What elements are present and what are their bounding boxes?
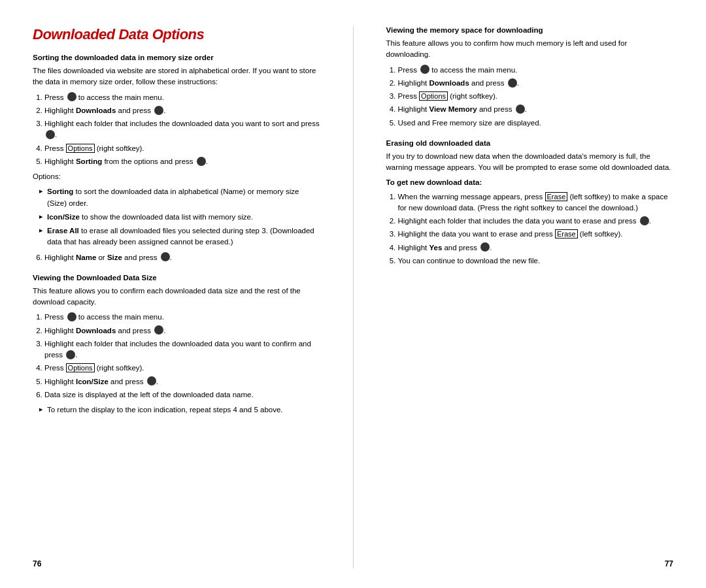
ok-icon (66, 350, 75, 359)
section-erase-data-steps: When the warning message appears, press … (398, 191, 674, 267)
ok-icon (516, 105, 525, 114)
right-column: Viewing the memory space for downloading… (386, 26, 674, 568)
section-erase-data-intro: If you try to download new data when the… (386, 151, 674, 174)
step-item: Highlight Downloads and press . (398, 78, 674, 89)
page-number-row-right: 77 (386, 553, 674, 568)
section-sorting-heading: Sorting the downloaded data in memory si… (33, 54, 320, 61)
bullet-item: To return the display to the icon indica… (39, 404, 320, 416)
step6-list: Highlight Name or Size and press . (44, 252, 320, 263)
step-item: Highlight the data you want to erase and… (398, 229, 674, 240)
step-item: Highlight Yes and press . (398, 242, 674, 253)
options-box: Options (419, 91, 448, 101)
ok-icon (147, 376, 156, 385)
menu-icon (67, 92, 76, 101)
page-number-right: 77 (665, 559, 673, 568)
erase-box: Erase (545, 192, 568, 201)
page-number-left: 76 (33, 559, 41, 568)
section-sorting: Sorting the downloaded data in memory si… (33, 54, 320, 267)
section-view-memory-intro: This feature allows you to confirm how m… (386, 38, 674, 61)
options-bullets: Sorting to sort the downloaded data in a… (39, 186, 320, 248)
bullet-item: Erase All to erase all downloaded files … (39, 225, 320, 248)
step-item: Press Options (right softkey). (44, 143, 320, 154)
column-divider (353, 26, 354, 568)
step-item: Data size is displayed at the left of th… (44, 389, 320, 400)
section-sorting-intro: The files downloaded via website are sto… (33, 65, 320, 88)
step-item: Highlight Downloads and press . (44, 325, 320, 336)
section-view-data-size: Viewing the Downloaded Data Size This fe… (33, 274, 320, 420)
section-view-data-size-steps: Press to access the main menu. Highlight… (44, 312, 320, 400)
ok-icon (640, 216, 649, 225)
return-display-bullet: To return the display to the icon indica… (39, 404, 320, 416)
bullet-item: Icon/Size to show the downloaded data li… (39, 212, 320, 223)
step-item: You can continue to download the new fil… (398, 255, 674, 267)
options-label: Options: (33, 171, 320, 182)
step-item: Press to access the main menu. (398, 65, 674, 76)
step-item: Highlight Icon/Size and press . (44, 376, 320, 387)
section-view-memory-steps: Press to access the main menu. Highlight… (398, 65, 674, 129)
step-item: Highlight Sorting from the options and p… (44, 156, 320, 167)
step-item: Highlight View Memory and press . (398, 104, 674, 115)
options-box: Options (66, 144, 95, 153)
step-item: Used and Free memory size are displayed. (398, 118, 674, 129)
ok-icon (161, 252, 170, 261)
section-erase-data: Erasing old downloaded data If you try t… (386, 139, 674, 270)
ok-icon (154, 325, 163, 335)
left-column: Downloaded Data Options Sorting the down… (33, 26, 320, 568)
section-sorting-steps: Press to access the main menu. Highlight… (44, 92, 320, 168)
sub-label-get-new: To get new download data: (386, 177, 674, 188)
step-item: Press Options (right softkey). (44, 363, 320, 374)
ok-icon (508, 78, 517, 88)
section-view-memory-heading: Viewing the memory space for downloading (386, 26, 674, 34)
options-box: Options (66, 363, 95, 372)
section-view-data-size-intro: This feature allows you to confirm each … (33, 286, 320, 308)
step-item: Highlight each folder that includes the … (44, 338, 320, 361)
step-item: Highlight each folder that includes the … (398, 216, 674, 227)
menu-icon (420, 65, 429, 74)
page-container: Downloaded Data Options Sorting the down… (0, 0, 706, 588)
erase-box: Erase (555, 229, 578, 238)
step-item: Press Options (right softkey). (398, 91, 674, 102)
section-erase-data-heading: Erasing old downloaded data (386, 139, 674, 147)
ok-icon (46, 130, 55, 139)
page-title: Downloaded Data Options (33, 26, 320, 43)
step-item: Highlight Downloads and press . (44, 105, 320, 116)
step-item: When the warning message appears, press … (398, 191, 674, 214)
step-item: Highlight each folder that includes the … (44, 118, 320, 141)
page-number-row-left: 76 (33, 553, 320, 568)
step-item: Highlight Name or Size and press . (44, 252, 320, 263)
section-view-data-size-heading: Viewing the Downloaded Data Size (33, 274, 320, 282)
menu-icon (67, 312, 76, 321)
ok-icon (197, 157, 206, 166)
ok-icon (154, 106, 163, 115)
bullet-item: Sorting to sort the downloaded data in a… (39, 186, 320, 209)
step-item: Press to access the main menu. (44, 92, 320, 103)
section-view-memory: Viewing the memory space for downloading… (386, 26, 674, 133)
ok-icon (480, 242, 490, 252)
step-item: Press to access the main menu. (44, 312, 320, 323)
